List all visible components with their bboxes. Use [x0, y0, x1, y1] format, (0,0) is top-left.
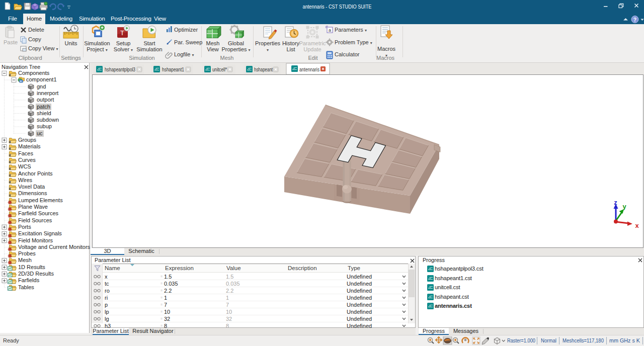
svg-text:antennaris - CST STUDIO SUITE: antennaris - CST STUDIO SUITE — [303, 4, 372, 10]
svg-text:hshapeantplpol3: hshapeantplpol3 — [105, 66, 135, 72]
svg-text:x: x — [635, 222, 639, 229]
svg-text:unitcell*: unitcell* — [212, 66, 227, 72]
svg-text:Raster=1.000: Raster=1.000 — [507, 337, 535, 343]
svg-text:Meshcells=117,180: Meshcells=117,180 — [562, 337, 604, 343]
svg-text:a: a — [329, 28, 331, 33]
svg-text:T: T — [120, 29, 124, 37]
svg-text:Normal: Normal — [541, 337, 556, 343]
svg-text:mm GHz s K: mm GHz s K — [609, 337, 640, 343]
svg-text:?: ? — [633, 17, 636, 23]
svg-text:hshapeant: hshapeant — [254, 66, 273, 72]
svg-text:antennaris: antennaris — [299, 66, 319, 72]
svg-text:hshapeant1: hshapeant1 — [162, 66, 184, 72]
svg-text:z: z — [614, 199, 617, 206]
svg-text:y: y — [622, 203, 626, 210]
